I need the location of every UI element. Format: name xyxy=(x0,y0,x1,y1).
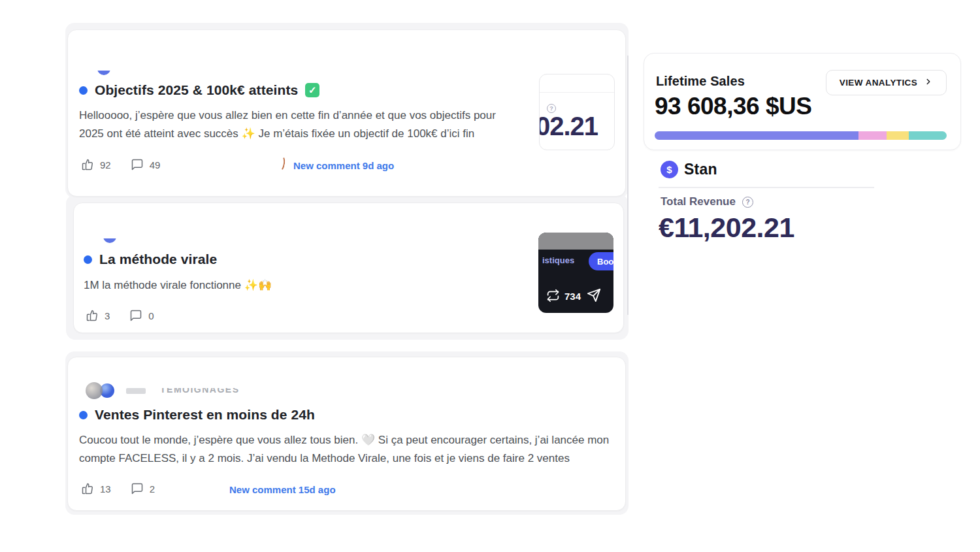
revenue-mini-card: ? 02.21 xyxy=(539,74,615,150)
post-title: Ventes Pinterest en moins de 24h xyxy=(95,407,315,423)
segment-pink xyxy=(858,131,887,140)
comment-icon xyxy=(129,309,142,322)
stan-logo-icon: $ xyxy=(661,161,678,178)
mini-revenue-value: 02.21 xyxy=(539,112,598,141)
thumbs-up-icon xyxy=(81,482,94,495)
lifetime-sales-amount: 93 608,36 $US xyxy=(655,93,811,120)
mini-card-divider xyxy=(540,92,614,93)
segment-blue xyxy=(655,131,858,140)
new-comment-link[interactable]: New comment 15d ago xyxy=(229,484,336,495)
faded-author-text xyxy=(126,388,146,394)
comment-button[interactable]: 0 xyxy=(129,309,154,322)
page: Objectifs 2025 & 100k€ atteints ✓ Helloo… xyxy=(0,0,980,552)
like-button[interactable]: 3 xyxy=(86,309,110,322)
repost-count: 734 xyxy=(564,291,581,302)
unread-dot xyxy=(79,411,88,419)
like-count: 13 xyxy=(100,483,111,495)
segment-yellow xyxy=(887,131,909,140)
thumbs-up-icon xyxy=(81,158,94,171)
share-icon xyxy=(587,288,601,302)
total-revenue-amount: €11,202.21 xyxy=(659,212,794,244)
check-badge-icon: ✓ xyxy=(305,83,319,97)
comment-count: 2 xyxy=(150,483,155,495)
faded-category-text: TEMOIGNAGES xyxy=(160,388,240,393)
comment-icon xyxy=(131,158,144,171)
comment-button[interactable]: 49 xyxy=(131,158,161,171)
repost-icon xyxy=(546,289,560,302)
stan-brand: Stan xyxy=(684,161,717,178)
post-body: Coucou tout le monde, j’espère que vous … xyxy=(79,431,621,468)
like-count: 92 xyxy=(100,159,111,170)
view-analytics-label: VIEW ANALYTICS xyxy=(840,78,917,88)
comment-icon xyxy=(131,482,144,495)
author-avatar xyxy=(86,382,103,399)
view-analytics-button[interactable]: VIEW ANALYTICS xyxy=(826,70,947,95)
total-revenue-label: Total Revenue xyxy=(661,195,736,208)
sales-progress-bar xyxy=(655,131,947,140)
unread-dot xyxy=(79,86,88,95)
segment-teal xyxy=(909,131,947,140)
like-button[interactable]: 92 xyxy=(81,158,111,171)
statistics-tab[interactable]: istiques xyxy=(542,255,574,265)
thumbnail-topbar xyxy=(538,233,613,250)
post-title: Objectifs 2025 & 100k€ atteints xyxy=(95,82,298,98)
comment-button[interactable]: 2 xyxy=(131,482,155,495)
like-count: 3 xyxy=(105,310,110,321)
unread-dot xyxy=(84,255,92,264)
post-body: 1M la méthode virale fonctionne ✨🙌 xyxy=(84,276,489,295)
help-circle-icon[interactable]: ? xyxy=(742,197,753,208)
feed-right-divider xyxy=(627,56,629,315)
new-comment-link[interactable]: New comment 9d ago xyxy=(293,160,394,171)
chevron-right-icon xyxy=(924,77,933,88)
like-button[interactable]: 13 xyxy=(81,482,111,495)
stan-divider xyxy=(659,187,874,188)
avatar-fragment xyxy=(276,155,286,171)
comment-count: 0 xyxy=(148,310,154,321)
post-card-3[interactable]: TEMOIGNAGES Ventes Pinterest en moins de… xyxy=(67,357,626,511)
lifetime-sales-label: Lifetime Sales xyxy=(656,74,745,89)
avatar-cropped xyxy=(97,71,110,76)
comment-count: 49 xyxy=(150,159,161,170)
boost-button[interactable]: Boos xyxy=(589,252,613,270)
avatar-cropped xyxy=(103,238,116,244)
lifetime-sales-card: Lifetime Sales VIEW ANALYTICS 93 608,36 … xyxy=(644,53,961,150)
post-body: Hellooooo, j’espère que vous allez bien … xyxy=(79,106,523,143)
post-card-2[interactable]: La méthode virale 1M la méthode virale f… xyxy=(73,203,624,333)
post-title: La méthode virale xyxy=(99,252,217,267)
thumbs-up-icon xyxy=(86,309,99,322)
video-thumbnail[interactable]: istiques Boos 734 xyxy=(538,233,613,313)
